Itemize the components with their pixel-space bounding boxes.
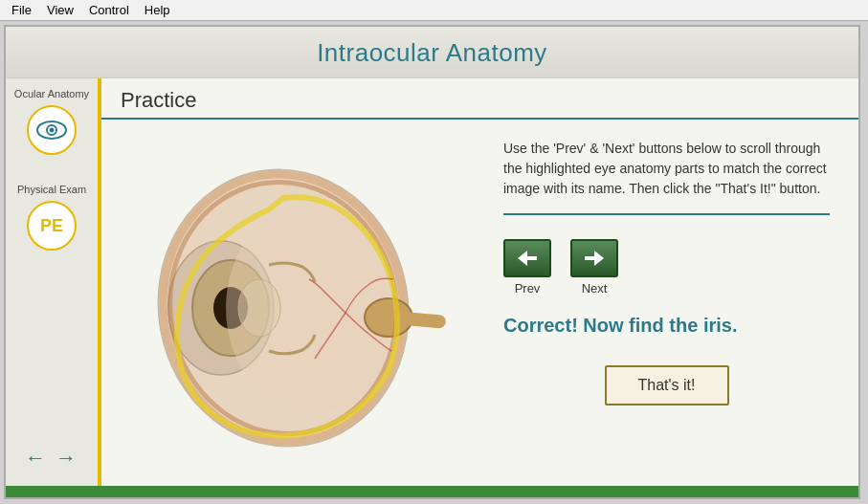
page-title: Intraocular Anatomy	[6, 38, 858, 68]
next-label: Next	[582, 281, 608, 296]
eye-icon	[27, 105, 77, 155]
next-nav-arrow[interactable]: →	[56, 446, 77, 471]
correct-message: Correct! Now find the iris.	[503, 315, 830, 337]
sidebar-label-ocular: Ocular Anatomy	[14, 88, 89, 99]
prev-button[interactable]	[503, 239, 551, 277]
pe-icon: PE	[27, 201, 77, 251]
eye-image-area	[121, 129, 475, 476]
sidebar-item-ocular-anatomy[interactable]: Ocular Anatomy	[14, 88, 89, 155]
bottom-nav: ← →	[6, 438, 98, 478]
svg-point-2	[49, 128, 54, 133]
instructions-text: Use the 'Prev' & 'Next' buttons below to…	[503, 139, 830, 215]
right-panel: Use the 'Prev' & 'Next' buttons below to…	[494, 129, 839, 476]
sidebar-item-physical-exam[interactable]: Physical Exam PE	[17, 184, 86, 251]
menu-control[interactable]: Control	[81, 1, 137, 19]
main-panel: Practice	[101, 78, 858, 486]
practice-title: Practice	[101, 78, 858, 120]
next-btn-group: Next	[570, 239, 618, 296]
nav-buttons: Prev Next	[503, 239, 830, 296]
prev-label: Prev	[515, 281, 541, 296]
menu-help[interactable]: Help	[137, 1, 178, 19]
svg-marker-13	[518, 251, 537, 266]
prev-nav-arrow[interactable]: ←	[25, 446, 46, 471]
svg-marker-14	[585, 251, 604, 266]
next-button[interactable]	[570, 239, 618, 277]
menu-file[interactable]: File	[4, 1, 39, 19]
sidebar: Ocular Anatomy Physical Exam PE ←	[6, 78, 101, 486]
bottom-bar	[6, 486, 858, 497]
practice-area: Use the 'Prev' & 'Next' buttons below to…	[101, 120, 858, 486]
thats-it-button[interactable]: That's it!	[605, 365, 729, 405]
eye-anatomy-image	[135, 141, 460, 466]
title-bar: Intraocular Anatomy	[6, 27, 858, 78]
sidebar-bottom-nav: ← →	[6, 430, 98, 486]
menubar: File View Control Help	[0, 0, 868, 21]
menu-view[interactable]: View	[39, 1, 81, 19]
app-window: Intraocular Anatomy Ocular Anatomy Physi…	[4, 25, 860, 499]
prev-btn-group: Prev	[503, 239, 551, 296]
sidebar-label-physical: Physical Exam	[17, 184, 86, 195]
content-area: Ocular Anatomy Physical Exam PE ←	[6, 78, 858, 486]
